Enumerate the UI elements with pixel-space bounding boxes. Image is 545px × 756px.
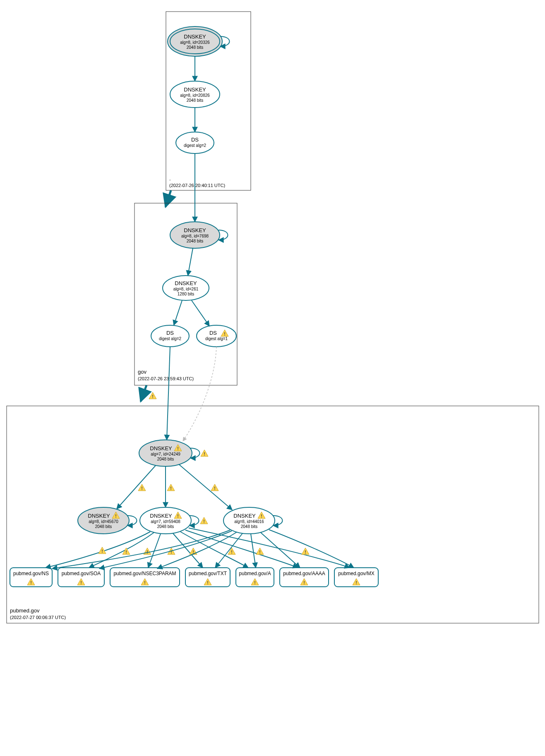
rrset-a: pubmed.gov/A [236,568,274,587]
warning-icon [256,548,264,554]
edge-pubksk-key1 [117,466,156,509]
pub-ksk-title: DNSKEY [150,445,172,451]
warning-icon [144,548,151,554]
rrset-txt: pubmed.gov/TXT [185,568,230,587]
dnssec-diagram: ! . (2022-07-26 20:40:11 UTC) DNSKEY alg… [0,0,545,756]
rr-soa-label: pubmed.gov/SOA [62,571,101,576]
pub-key1-title: DNSKEY [88,513,110,519]
delegation-gov-pubmed [141,385,146,401]
gov-ksk-bits: 2048 bits [187,239,204,243]
pub-key3-title: DNSKEY [233,513,256,519]
edge-govds2-pubksk [167,347,170,440]
node-root-ksk: DNSKEY alg=8, id=20326 2048 bits [168,26,230,56]
edge-key3-nsec [157,532,237,569]
edge-key2-txt [173,533,203,568]
warning-icon [190,548,197,554]
zone-pubmed-name: pubmed.gov [10,607,40,614]
svg-point-9 [151,325,189,347]
warning-icon [138,484,146,491]
rr-aaaa-label: pubmed.gov/AAAA [283,571,325,576]
gov-ds2-title: DS [166,330,174,336]
zone-gov-ts: (2022-07-26 23:59:43 UTC) [138,376,194,381]
root-zsk-alg: alg=8, id=20826 [180,93,210,98]
pub-key2-alg: alg=7, id=59408 [151,519,180,524]
edge-govksk-govzsk [188,248,193,276]
node-gov-zsk: DNSKEY alg=8, id=261 1280 bits [163,276,209,300]
pub-key1-bits: 2048 bits [95,524,112,529]
root-zsk-title: DNSKEY [184,86,206,93]
gov-ksk-title: DNSKEY [184,227,206,233]
rr-nsec-label: pubmed.gov/NSEC3PARAM [113,571,176,576]
pub-key1-alg: alg=8, id=45670 [89,519,118,524]
svg-point-5 [176,132,214,154]
edge-key2-a [180,532,248,568]
rr-a-label: pubmed.gov/A [239,571,271,576]
node-pub-ksk: DNSKEY alg=7, id=24249 2048 bits [139,440,208,466]
root-ksk-title: DNSKEY [184,34,206,40]
edge-govds1-pubksk-dashed [183,347,216,441]
node-root-ds: DS digest alg=2 [176,132,214,154]
node-root-zsk: DNSKEY alg=8, id=20826 2048 bits [170,81,220,108]
zone-pubmed-ts: (2022-07-27 00:06:37 UTC) [10,615,66,620]
gov-ksk-alg: alg=8, id=7698 [181,234,209,238]
edge-pubksk-key3 [179,464,232,510]
zone-gov-name: gov [138,369,146,375]
warning-icon [228,548,235,554]
node-pub-key3: DNSKEY alg=8, id=44016 2048 bits [223,507,283,534]
rr-txt-label: pubmed.gov/TXT [189,571,227,576]
pub-ksk-alg: alg=7, id=24249 [151,452,180,456]
gov-ds2-alg: digest alg=2 [159,336,182,341]
node-pub-key1: DNSKEY alg=8, id=45670 2048 bits [78,507,137,534]
edge-govzsk-govds1 [192,300,209,326]
rrset-soa: pubmed.gov/SOA [58,568,104,587]
node-gov-ksk: DNSKEY alg=8, id=7698 2048 bits [170,222,228,248]
edge-key2-mx [189,528,350,568]
zone-root-ts: (2022-07-26 20:40:11 UTC) [169,183,225,188]
pub-key2-bits: 2048 bits [157,524,174,529]
edge-key3-aaaa [261,533,300,568]
node-gov-ds2: DS digest alg=2 [151,325,189,347]
pub-key2-title: DNSKEY [150,513,172,519]
rr-mx-label: pubmed.gov/MX [338,571,374,576]
warning-icon [201,450,208,456]
gov-ds1-title: DS [209,330,217,336]
gov-ds1-alg: digest alg=1 [205,336,228,341]
gov-zsk-title: DNSKEY [175,280,197,286]
rr-ns-label: pubmed.gov/NS [13,571,49,576]
edge-key3-a [251,534,256,568]
root-ksk-alg: alg=8, id=20326 [180,40,210,45]
warning-icon [302,548,309,554]
gov-zsk-bits: 1280 bits [178,292,194,296]
gov-zsk-alg: alg=8, id=261 [173,287,199,291]
root-ds-alg: digest alg=2 [184,143,206,148]
root-ds-title: DS [191,137,199,143]
warning-icon [200,517,208,524]
rrset-aaaa: pubmed.gov/AAAA [280,568,329,587]
pub-ksk-bits: 2048 bits [157,457,174,461]
warning-icon [167,484,175,491]
pub-key3-alg: alg=8, id=44016 [234,519,264,524]
warning-icon [211,484,218,491]
root-zsk-bits: 2048 bits [187,98,204,103]
delegation-root-gov [166,190,171,207]
root-ksk-bits: 2048 bits [187,45,204,50]
pub-key3-bits: 2048 bits [241,524,258,529]
svg-point-10 [197,325,236,347]
warning-icon [149,392,156,399]
zone-root-name: . [169,175,171,182]
rrset-mx: pubmed.gov/MX [334,568,378,587]
edge-govzsk-govds2 [174,300,182,325]
rrset-ns: pubmed.gov/NS [10,568,52,587]
rrset-nsec: pubmed.gov/NSEC3PARAM [110,568,180,587]
edge-key2-soa [89,533,154,568]
edge-key2-ns [46,532,150,568]
node-gov-ds1: DS digest alg=1 [197,325,236,347]
